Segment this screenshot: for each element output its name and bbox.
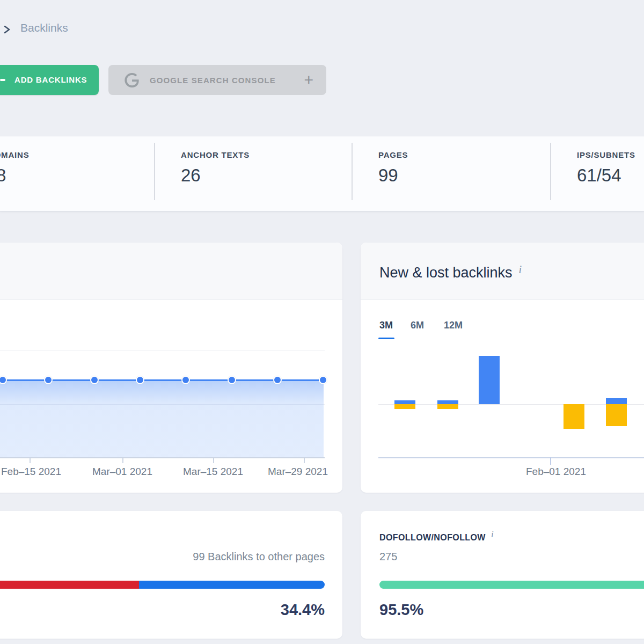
x-axis-label: Feb–15 2021 — [1, 466, 61, 478]
breadcrumb-item-backlinks[interactable]: Backlinks — [20, 21, 68, 34]
trend-data-point — [136, 376, 144, 384]
backlinks-trend-card: Feb–15 2021 Mar–01 2021 Mar–15 2021 Mar–… — [0, 243, 342, 493]
backlinks-to-pages-card: 99 Backlinks to other pages 34.4% — [0, 511, 342, 639]
trend-data-point — [90, 376, 99, 384]
trend-area-fill — [0, 380, 324, 457]
axis-tick — [550, 457, 551, 465]
google-search-console-label: GOOGLE SEARCH CONSOLE — [150, 76, 276, 85]
google-g-icon — [125, 73, 139, 87]
trend-data-point — [319, 376, 327, 384]
lost-backlinks-bar — [437, 404, 458, 409]
zero-line — [378, 404, 644, 405]
chevron-right-icon — [3, 25, 11, 34]
plus-icon: + — [304, 72, 313, 88]
axis-tick — [30, 457, 31, 463]
stats-strip: DOMAINS 8 ANCHOR TEXTS 26 PAGES 99 IPS/S… — [0, 136, 644, 211]
dofollow-label: DOFOLLOW/NOFOLLOW — [379, 533, 486, 542]
new-backlinks-bar — [437, 400, 458, 404]
plus-icon — [0, 79, 5, 81]
divider — [550, 143, 551, 200]
x-axis — [0, 457, 325, 458]
card-title: New & lost backlinks — [379, 265, 513, 281]
dofollow-count: 275 — [379, 551, 397, 563]
new-lost-card-header: New & lost backlinksi — [361, 243, 644, 300]
progress-segment-red — [0, 581, 139, 589]
pages-caption: 99 Backlinks to other pages — [193, 551, 325, 563]
progress-segment-blue — [139, 581, 325, 589]
axis-tick — [122, 457, 123, 463]
x-axis-label: Mar–29 2021 — [268, 466, 328, 478]
active-tab-underline — [378, 338, 394, 339]
gridline — [0, 350, 325, 350]
lost-backlinks-bar — [606, 404, 627, 426]
new-backlinks-bar — [606, 398, 627, 404]
trend-data-point — [273, 376, 282, 384]
lost-backlinks-bar — [564, 404, 584, 429]
info-icon[interactable]: i — [519, 264, 522, 275]
trend-data-point — [181, 376, 190, 384]
divider — [352, 143, 353, 200]
tab-12m[interactable]: 12M — [444, 320, 463, 331]
lost-backlinks-bar — [394, 404, 415, 409]
pages-percent: 34.4% — [281, 601, 325, 619]
x-axis-label: Feb–01 2021 — [526, 466, 586, 478]
new-lost-backlinks-card: New & lost backlinksi 3M 6M 12M Feb–01 2… — [361, 243, 644, 493]
trend-data-point — [0, 376, 7, 384]
google-search-console-button[interactable]: GOOGLE SEARCH CONSOLE + — [108, 65, 326, 95]
dofollow-nofollow-card: DOFOLLOW/NOFOLLOWi 275 95.5% — [361, 511, 644, 639]
add-backlinks-button[interactable]: ADD BACKLINKS — [0, 65, 99, 95]
pages-progress-bar — [0, 581, 325, 589]
axis-tick — [304, 457, 305, 463]
tab-3m[interactable]: 3M — [379, 320, 393, 331]
x-axis-label: Mar–01 2021 — [92, 466, 152, 478]
dofollow-progress-bar — [379, 581, 644, 589]
divider — [154, 143, 155, 200]
dofollow-percent: 95.5% — [379, 601, 423, 619]
axis-tick — [213, 457, 214, 463]
add-backlinks-label: ADD BACKLINKS — [14, 75, 87, 84]
trend-data-point — [228, 376, 236, 384]
x-axis — [378, 457, 644, 458]
trend-card-header — [0, 243, 342, 300]
backlinks-page: Backlinks ADD BACKLINKS GOOGLE SEARCH CO… — [0, 0, 644, 644]
new-backlinks-bar — [479, 356, 500, 404]
x-axis-label: Mar–15 2021 — [183, 466, 243, 478]
trend-data-point — [44, 376, 53, 384]
tab-6m[interactable]: 6M — [411, 320, 424, 331]
info-icon[interactable]: i — [491, 529, 494, 539]
new-backlinks-bar — [394, 400, 415, 404]
